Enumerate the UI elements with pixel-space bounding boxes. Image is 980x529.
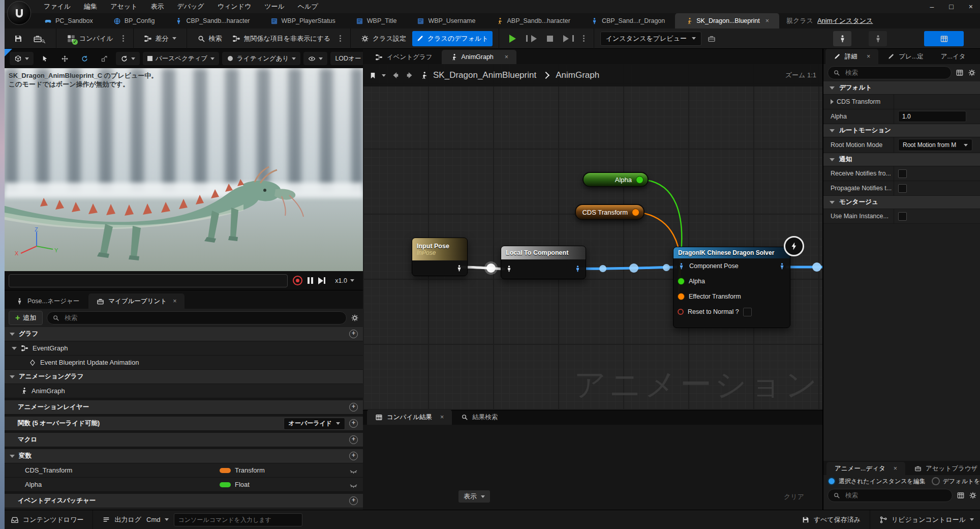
collapse-icon[interactable] <box>830 129 835 132</box>
rotate-tool-button[interactable] <box>76 52 93 65</box>
timeline-scrubber[interactable] <box>9 274 288 287</box>
section-functions[interactable]: 関数 (5 オーバーライド可能)オーバーライド <box>5 417 363 431</box>
bookmark-icon[interactable] <box>369 72 377 79</box>
preview-instance-dropdown[interactable]: インスタンスをプレビュー <box>600 32 701 46</box>
pause-button[interactable] <box>308 277 313 284</box>
effector-transform-input-pin[interactable] <box>678 293 685 300</box>
tab-wbp-username[interactable]: WBP_Username <box>407 13 485 28</box>
propagate-notifies-checkbox[interactable] <box>898 184 907 193</box>
class-settings-button[interactable]: クラス設定 <box>357 31 410 46</box>
settings-gear-icon[interactable] <box>968 69 976 77</box>
node-local-to-component[interactable]: Local To Component <box>501 246 586 279</box>
find-button[interactable]: 検索 <box>193 31 226 46</box>
breadcrumb-current[interactable]: AnimGraph <box>556 70 599 80</box>
tab-asset-browser[interactable]: アセットブラウザ <box>906 462 980 475</box>
tab-details[interactable]: 詳細× <box>825 49 878 64</box>
cmd-dropdown[interactable]: Cmd <box>146 516 168 523</box>
use-main-instance-checkbox[interactable] <box>898 212 907 221</box>
hide-unrelated-options-icon[interactable] <box>340 38 341 39</box>
close-icon[interactable]: × <box>505 53 508 61</box>
reference-pose-button[interactable] <box>869 31 887 46</box>
move-tool-button[interactable] <box>56 52 73 65</box>
snap-rotate-button[interactable] <box>116 52 140 65</box>
frame-skip-button[interactable] <box>522 31 541 46</box>
display-filter-icon[interactable] <box>956 69 964 77</box>
menu-file[interactable]: ファイル <box>37 2 77 11</box>
play-button[interactable] <box>505 31 520 46</box>
search-input[interactable] <box>844 491 947 499</box>
component-pose-input-pin[interactable] <box>678 262 685 270</box>
browse-asset-button[interactable] <box>29 31 50 46</box>
close-button[interactable]: × <box>969 3 973 11</box>
close-icon[interactable]: × <box>894 465 897 472</box>
stop-button[interactable] <box>543 31 557 46</box>
section-default[interactable]: デフォルト <box>823 81 980 95</box>
section-animation-layers[interactable]: アニメーションレイヤー <box>5 400 363 415</box>
record-button[interactable] <box>293 276 302 285</box>
output-log-button[interactable]: 出力ログ <box>102 515 141 524</box>
tab-preview-settings[interactable]: プレ...定 <box>879 49 932 64</box>
reset-input-pin[interactable] <box>678 309 684 315</box>
tab-pose-manager[interactable]: Pose...ネージャー <box>8 293 87 309</box>
lod-dropdown[interactable]: LODオート <box>330 52 363 65</box>
section-variables[interactable]: 変数 <box>5 449 363 463</box>
section-root-motion[interactable]: ルートモーション <box>823 124 980 137</box>
chevron-down-icon[interactable] <box>382 74 386 77</box>
anim-panel-search[interactable] <box>828 489 953 502</box>
tab-compile-results[interactable]: コンパイル結果× <box>367 409 452 425</box>
advance-button[interactable] <box>559 31 578 46</box>
collapse-icon[interactable] <box>10 455 15 458</box>
tab-anim-editor[interactable]: アニメー...ディタ× <box>826 462 905 475</box>
scale-tool-button[interactable] <box>96 52 113 65</box>
lighting-dropdown[interactable]: ライティングあり <box>222 52 300 65</box>
animgraph-canvas[interactable]: SK_Dragon_AnimBlueprint AnimGraph ズーム 1:… <box>363 64 822 410</box>
tab-event-graph[interactable]: イベントグラフ <box>367 50 441 64</box>
section-notifies[interactable]: 通知 <box>823 153 980 166</box>
variable-row-alpha[interactable]: AlphaFloat <box>5 478 363 492</box>
node-dragonik-solver[interactable]: DragonIK Chinese Dragon Solver Component… <box>673 247 790 328</box>
panel-settings-gear-icon[interactable] <box>351 314 359 322</box>
play-options-icon[interactable] <box>583 38 585 39</box>
details-search[interactable] <box>828 66 952 79</box>
add-variable-icon[interactable] <box>349 452 358 460</box>
variable-row-cds-transform[interactable]: CDS_TransformTransform <box>5 463 363 478</box>
item-animgraph[interactable]: AnimGraph <box>5 384 363 398</box>
maximize-button[interactable]: □ <box>949 3 953 11</box>
tab-cbp-sandbox-character[interactable]: CBP_Sandb...haracter <box>165 13 260 28</box>
component-pose-output-pin[interactable] <box>574 265 581 273</box>
diff-button[interactable]: 差分 <box>140 31 180 46</box>
tab-pc-sandbox[interactable]: PC_Sandbox <box>34 13 103 28</box>
tab-wbp-playerstatus[interactable]: WBP_PlayerStatus <box>260 13 346 28</box>
clear-button[interactable]: クリア <box>784 492 804 502</box>
reset-checkbox[interactable] <box>743 308 752 316</box>
menu-window[interactable]: ウィンドウ <box>211 2 258 11</box>
layout-button[interactable] <box>924 31 964 46</box>
tab-bp-config[interactable]: BP_Config <box>103 13 165 28</box>
alpha-input-pin[interactable] <box>678 278 685 285</box>
settings-gear-icon[interactable] <box>969 491 977 499</box>
step-forward-button[interactable] <box>318 277 325 284</box>
hide-unrelated-button[interactable]: 無関係な項目を非表示にする <box>228 31 335 46</box>
menu-edit[interactable]: 編集 <box>77 2 104 11</box>
tab-abp-sandbox-character[interactable]: ABP_Sandb...haracter <box>485 13 580 28</box>
forward-arrow-icon[interactable] <box>405 71 414 80</box>
display-filter-icon[interactable] <box>957 491 965 499</box>
collapse-icon[interactable] <box>830 158 835 161</box>
add-layer-icon[interactable] <box>349 403 358 412</box>
add-macro-icon[interactable] <box>349 435 358 444</box>
edit-selected-instance-radio[interactable] <box>828 477 836 485</box>
browse-instance-button[interactable] <box>703 31 720 46</box>
preview-viewport[interactable]: Z X Y SK_Dragon_AnimBlueprint_C のプレビュー中。… <box>5 49 363 290</box>
collapse-icon[interactable] <box>830 201 835 204</box>
add-graph-icon[interactable] <box>349 330 358 338</box>
section-animation-graphs[interactable]: アニメーショングラフ <box>5 370 363 384</box>
root-motion-mode-dropdown[interactable]: Root Motion from M <box>898 139 972 151</box>
close-icon[interactable]: × <box>440 414 444 421</box>
close-icon[interactable]: × <box>765 17 769 24</box>
perspective-dropdown[interactable]: パースペクティブ <box>143 52 219 65</box>
menu-tools[interactable]: ツール <box>258 2 291 11</box>
section-event-dispatchers[interactable]: イベントディスパッチャー <box>5 494 363 508</box>
viewport-3d-view[interactable]: Z X Y <box>5 68 363 271</box>
item-eventgraph[interactable]: EventGraph <box>5 341 363 356</box>
collapse-icon[interactable] <box>10 375 15 378</box>
